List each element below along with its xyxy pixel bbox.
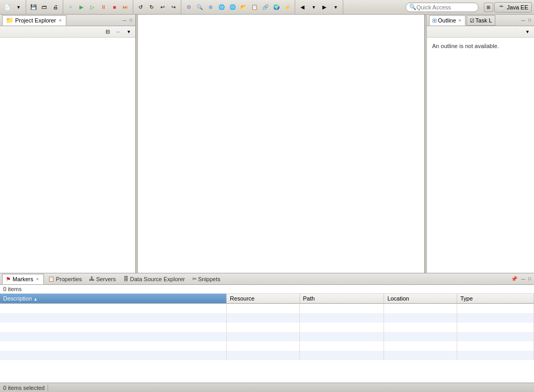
td-resource [227,341,300,351]
toolbar-btn-prev2[interactable]: ↩ [157,2,168,13]
bottom-content: 0 items Description Resource Path [0,285,534,383]
toolbar-btn-left[interactable]: ◀ [297,2,308,13]
bottom-minimize-btn[interactable]: — [520,276,526,282]
toolbar-btn-new[interactable]: 📄 [2,2,13,13]
bottom-maximize-btn[interactable]: □ [527,276,532,282]
toolbar-btn-connect[interactable]: ⚡ [282,2,293,13]
content-area: 📁 Project Explorer × — □ ⊟ ↔ ▾ [0,15,534,273]
outline-toolbar-btn[interactable]: ▾ [523,27,532,37]
toolbar-btn-debug[interactable]: ✦ [65,2,76,13]
td-type [457,304,534,313]
markers-label: Markers [13,276,33,282]
toolbar-btn-stop[interactable]: ■ [109,2,120,13]
project-explorer-maximize-btn[interactable]: □ [129,17,133,23]
outline-tab[interactable]: ⊞ Outline × [429,15,466,26]
markers-icon: ⚑ [6,276,11,283]
bottom-panel-header: ⚑ Markers × 📋 Properties 🖧 Servers 🗄 Dat… [0,273,534,285]
quick-access-input[interactable] [416,4,474,10]
td-location [384,351,457,360]
td-path [299,304,384,313]
col-description[interactable]: Description [0,294,227,304]
project-explorer-tab[interactable]: 📁 Project Explorer × [2,15,66,26]
project-explorer-panel: 📁 Project Explorer × — □ ⊟ ↔ ▾ [0,15,136,273]
toolbar-btn-dropdown3[interactable]: ▾ [330,2,341,13]
outline-panel: ⊞ Outline × ☑ Task L — □ ▾ An outline is… [427,15,534,273]
toolbar-btn-save2[interactable]: 🗃 [39,2,50,13]
col-location[interactable]: Location [384,294,457,304]
td-path [299,351,384,360]
toolbar-btn-search2[interactable]: ⊕ [205,2,216,13]
col-resource[interactable]: Resource [227,294,300,304]
td-resource [227,313,300,322]
toolbar-btn-refactor[interactable]: ⚙ [183,2,194,13]
project-explorer-close-btn[interactable]: × [57,18,63,23]
table-row [0,322,534,332]
td-location [384,313,457,322]
td-description [0,332,227,341]
markers-tab[interactable]: ⚑ Markers × [2,274,44,284]
editor-area[interactable] [138,15,424,273]
toolbar-btn-prev[interactable]: ↺ [135,2,146,13]
toolbar-btn-web[interactable]: 🌐 [216,2,227,13]
datasource-tab[interactable]: 🗄 Data Source Explorer [120,274,188,284]
toolbar-btn-save[interactable]: 💾 [28,2,39,13]
outline-close-btn[interactable]: × [457,18,462,23]
toolbar-btn-run[interactable]: ▶ [76,2,87,13]
table-header-row: Description Resource Path Location [0,294,534,304]
outline-toolbar: ▾ [427,26,534,38]
java-ee-perspective-button[interactable]: ☕ Java EE [494,2,532,13]
toolbar-btn-open[interactable]: 📂 [238,2,249,13]
toolbar-btn-link[interactable]: 🔗 [260,2,271,13]
col-path[interactable]: Path [299,294,384,304]
status-bar: 0 items selected [0,383,534,392]
properties-tab[interactable]: 📋 Properties [45,274,85,284]
project-explorer-folder-icon: 📁 [6,17,14,24]
outline-minimize-btn[interactable]: — [520,17,526,23]
td-resource [227,304,300,313]
toolbar-btn-next2[interactable]: ↪ [168,2,179,13]
toolbar-btn-disconnect[interactable]: ⏭ [120,2,131,13]
td-path [299,332,384,341]
quick-access-icon: 🔍 [409,4,416,10]
td-location [384,332,457,341]
toolbar-group-tools: ⚙ 🔍 ⊕ 🌐 🌐 📂 📋 🔗 🌍 ⚡ [183,0,295,14]
main-layout: 📁 Project Explorer × — □ ⊟ ↔ ▾ [0,15,534,392]
project-explorer-minimize-btn[interactable]: — [121,17,127,23]
toolbar-btn-search[interactable]: 🔍 [194,2,205,13]
td-resource [227,332,300,341]
td-type [457,313,534,322]
outline-maximize-btn[interactable]: □ [527,17,532,23]
col-type[interactable]: Type [457,294,534,304]
servers-tab[interactable]: 🖧 Servers [86,274,119,284]
snippets-icon: ✂ [192,276,196,282]
snippets-tab[interactable]: ✂ Snippets [189,274,224,284]
td-description [0,304,227,313]
bottom-pin-btn[interactable]: 📌 [509,274,519,284]
open-perspective-button[interactable]: ⊞ [484,3,493,12]
task-list-icon: ☑ [470,18,474,24]
td-type [457,322,534,332]
toolbar-btn-run2[interactable]: ▷ [87,2,98,13]
td-description [0,322,227,332]
markers-close-btn[interactable]: × [35,276,40,282]
toolbar-btn-web2[interactable]: 🌐 [227,2,238,13]
toolbar-btn-pause[interactable]: ⏸ [98,2,109,13]
toolbar-group-debug: ✦ ▶ ▷ ⏸ ■ ⏭ [65,0,133,14]
toolbar-btn-dropdown[interactable]: ▾ [13,2,24,13]
toolbar-btn-print[interactable]: 🖨 [50,2,61,13]
toolbar-btn-clipboard[interactable]: 📋 [249,2,260,13]
task-list-tab[interactable]: ☑ Task L [467,15,495,26]
collapse-all-btn[interactable]: ⊟ [103,27,112,37]
td-description [0,313,227,322]
outline-header: ⊞ Outline × ☑ Task L — □ [427,15,534,26]
td-path [299,341,384,351]
td-path [299,322,384,332]
td-location [384,304,457,313]
toolbar-btn-right[interactable]: ▶ [319,2,330,13]
toolbar-group-edit: 💾 🗃 🖨 [28,0,63,14]
toolbar-btn-globe[interactable]: 🌍 [271,2,282,13]
link-with-editor-btn[interactable]: ↔ [113,27,123,37]
toolbar-btn-dropdown2[interactable]: ▾ [308,2,319,13]
panel-menu-btn[interactable]: ▾ [124,27,133,37]
toolbar-btn-next[interactable]: ↻ [146,2,157,13]
